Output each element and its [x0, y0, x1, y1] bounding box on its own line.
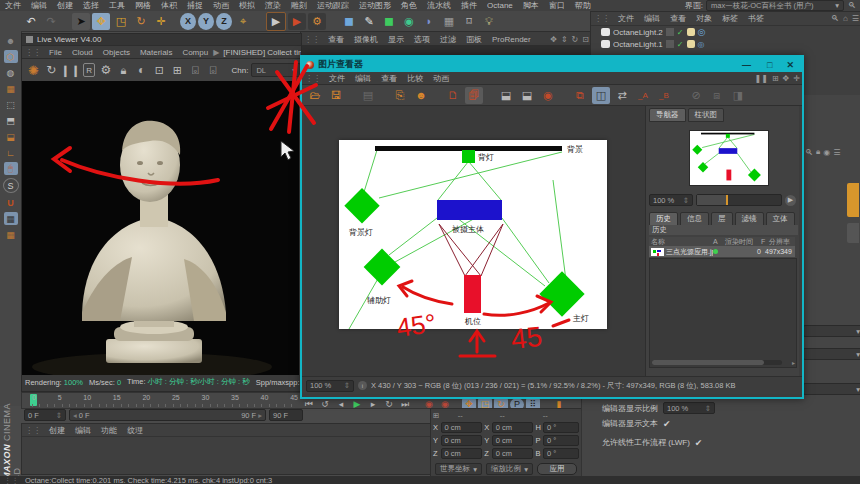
- menu-octane[interactable]: Octane: [482, 1, 518, 10]
- open-file-icon[interactable]: 🗁: [306, 87, 324, 104]
- om-filter-icon[interactable]: ☰: [850, 14, 860, 23]
- enabled-check-icon[interactable]: ✓: [677, 40, 684, 49]
- tag-icon[interactable]: [687, 40, 695, 48]
- render-view-icon[interactable]: ▶: [266, 12, 286, 31]
- edges-mode-icon[interactable]: ⬒: [4, 114, 18, 127]
- om-menu-tags[interactable]: 标签: [717, 13, 743, 24]
- last-tool-icon[interactable]: ✛: [152, 13, 170, 30]
- mesh-lock-icon[interactable]: ▦: [4, 212, 18, 225]
- apply-button[interactable]: 应用: [537, 463, 577, 475]
- copy-to-viewer-icon[interactable]: ⎘: [391, 87, 409, 104]
- restart-render-icon[interactable]: ↻: [44, 62, 59, 79]
- model-mode-icon[interactable]: ⬡: [4, 50, 18, 63]
- uv-mesh-icon[interactable]: ▦: [4, 82, 18, 95]
- range-right-arrow-icon[interactable]: ▸: [258, 411, 262, 420]
- col-resolution[interactable]: 分辨率: [769, 237, 795, 247]
- tab-navigator[interactable]: 导航器: [649, 108, 686, 122]
- menu-render[interactable]: 渲染: [260, 0, 286, 11]
- tag-icon[interactable]: [687, 28, 695, 36]
- side-tab-active[interactable]: [847, 183, 859, 217]
- lwf-checkbox[interactable]: ✔: [695, 438, 703, 448]
- object-row[interactable]: OctaneLight.1 ✓ ◎: [591, 38, 860, 50]
- pv-status-zoom-field[interactable]: 100 %⇕: [306, 380, 354, 392]
- am-lock-icon[interactable]: 🔒︎: [816, 147, 820, 157]
- viewport-menu-options[interactable]: 选项: [409, 34, 435, 45]
- pos-x-field[interactable]: 0 cm: [441, 422, 483, 433]
- menu-simulate[interactable]: 模拟: [234, 0, 260, 11]
- lv-menu-objects[interactable]: Objects: [98, 48, 135, 57]
- editor-scale-field[interactable]: 100 %⇕: [663, 402, 715, 414]
- film-strip-icon[interactable]: ▤: [359, 87, 377, 104]
- pv-fit-icon[interactable]: ✛: [791, 74, 802, 83]
- menu-animate[interactable]: 动画: [208, 0, 234, 11]
- camera-icon[interactable]: ⌑: [460, 13, 478, 30]
- om-menu-objects[interactable]: 对象: [691, 13, 717, 24]
- settings-gear-icon[interactable]: ⚙: [98, 62, 113, 79]
- tab-filter[interactable]: 滤镜: [735, 212, 764, 226]
- floor-grid-icon[interactable]: ▦: [440, 13, 458, 30]
- am-dropdown[interactable]: ▾: [803, 383, 860, 395]
- om-home-icon[interactable]: ⌂: [841, 14, 850, 23]
- size-x-field[interactable]: 0 cm: [492, 422, 534, 433]
- coord-system-dropdown[interactable]: 世界坐标▾: [435, 463, 482, 475]
- render-picture-viewer-icon[interactable]: ▶: [288, 13, 306, 30]
- pv-menu-edit[interactable]: 编辑: [350, 73, 376, 84]
- menu-character[interactable]: 角色: [396, 0, 422, 11]
- z-axis-lock-icon[interactable]: Z: [216, 13, 232, 30]
- pin-icon[interactable]: ⌻: [188, 62, 203, 79]
- set-a-icon[interactable]: _A: [634, 87, 652, 104]
- col-f[interactable]: F: [761, 238, 769, 245]
- menu-pipeline[interactable]: 流水线: [422, 0, 456, 11]
- picture-viewer-titlebar[interactable]: 图片查看器 — □ ✕: [302, 57, 802, 72]
- menu-sculpt[interactable]: 雕刻: [286, 0, 312, 11]
- col-name[interactable]: 名称: [649, 237, 713, 247]
- y-axis-lock-icon[interactable]: Y: [198, 13, 214, 30]
- am-menu-icon[interactable]: ☰: [833, 148, 840, 157]
- pen-spline-icon[interactable]: ✎: [360, 13, 378, 30]
- editor-text-checkbox[interactable]: ✔: [663, 419, 671, 429]
- ab-compare-icon[interactable]: ⧉: [571, 87, 589, 104]
- menu-volume[interactable]: 体积: [156, 0, 182, 11]
- object-row[interactable]: OctaneLight.2 ✓ ◎: [591, 26, 860, 38]
- menu-tools[interactable]: 工具: [104, 0, 130, 11]
- interface-dropdown[interactable]: max一枝花-OC百科全书 (用户) ▾: [706, 0, 844, 11]
- move-tool-icon[interactable]: ✥: [92, 13, 110, 30]
- target-tag-icon[interactable]: ◎: [698, 27, 706, 37]
- range-left-arrow-icon[interactable]: ◂: [73, 411, 77, 420]
- pv-pan-icon[interactable]: ✥: [781, 74, 792, 83]
- menu-help[interactable]: 帮助: [570, 0, 596, 11]
- enabled-check-icon[interactable]: ✓: [677, 28, 684, 37]
- target-tag-icon[interactable]: ◎: [698, 40, 705, 49]
- menu-file[interactable]: 文件: [0, 0, 26, 11]
- deformer-icon[interactable]: ◗: [420, 13, 438, 30]
- x-axis-lock-icon[interactable]: X: [180, 13, 196, 30]
- mm-menu-function[interactable]: 功能: [96, 425, 122, 436]
- next-frame-icon[interactable]: ▸: [366, 398, 380, 411]
- coordinate-system-icon[interactable]: ⌖: [234, 13, 252, 30]
- side-tab[interactable]: [847, 223, 859, 243]
- range-slider[interactable]: ◂ 0 F 90 F ▸: [69, 409, 266, 421]
- undo-icon[interactable]: ↶: [22, 13, 40, 30]
- light-icon[interactable]: 💡︎: [480, 13, 498, 30]
- lv-menu-file[interactable]: File: [44, 48, 67, 57]
- region-render-icon[interactable]: R: [83, 63, 96, 77]
- polygons-mode-icon[interactable]: ⬓: [4, 130, 18, 143]
- am-history-icon[interactable]: ◉: [823, 148, 830, 157]
- magnet-icon[interactable]: U: [4, 196, 18, 209]
- pos-y-field[interactable]: 0 cm: [441, 435, 483, 446]
- compare-link-icon[interactable]: ⧈: [708, 87, 726, 104]
- size-y-field[interactable]: 0 cm: [492, 435, 534, 446]
- maximize-icon[interactable]: □: [761, 60, 778, 70]
- play-backwards-icon[interactable]: ↺: [318, 398, 332, 411]
- menu-motion-tracker[interactable]: 运动跟踪: [312, 0, 354, 11]
- menu-edit[interactable]: 编辑: [26, 0, 52, 11]
- mm-menu-create[interactable]: 创建: [44, 425, 70, 436]
- horizontal-scrollbar[interactable]: [652, 360, 782, 365]
- menu-script[interactable]: 脚本: [518, 0, 544, 11]
- viewport-menu-prorender[interactable]: ProRender: [487, 35, 536, 44]
- menu-snap[interactable]: 捕捉: [182, 0, 208, 11]
- mm-menu-texture[interactable]: 纹理: [122, 425, 148, 436]
- viewport-menu-filter[interactable]: 过滤: [435, 34, 461, 45]
- tab-histogram[interactable]: 柱状图: [688, 108, 725, 122]
- viewport-menu-view[interactable]: 查看: [323, 34, 349, 45]
